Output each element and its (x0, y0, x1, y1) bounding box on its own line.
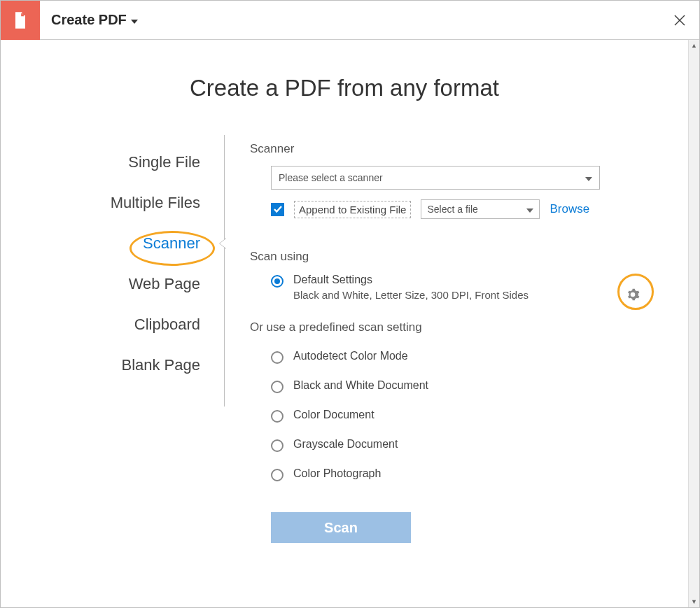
source-sidebar: Single File Multiple Files Scanner Web P… (29, 135, 225, 406)
scanner-panel: Scanner Please select a scanner Append t… (225, 135, 660, 543)
sidebar-item-scanner[interactable]: Scanner (29, 223, 224, 264)
radio-autodetect[interactable]: Autodetect Color Mode (271, 350, 660, 364)
scroll-up-arrow-icon[interactable]: ▲ (689, 40, 699, 51)
pdf-file-icon (10, 10, 30, 30)
radio-icon (271, 410, 284, 423)
header-title-dropdown[interactable]: Create PDF (40, 1, 660, 39)
caret-down-icon (526, 204, 533, 215)
app-icon (1, 1, 40, 40)
file-select-value: Select a file (427, 204, 477, 215)
radio-label: Black and White Document (293, 379, 428, 392)
header-title: Create PDF (51, 12, 127, 28)
radio-color-document[interactable]: Color Document (271, 409, 660, 423)
radio-label: Autodetect Color Mode (293, 350, 408, 362)
window-header: Create PDF (1, 1, 699, 40)
default-settings-label: Default Settings (293, 274, 528, 286)
close-icon (673, 14, 686, 27)
check-icon (273, 204, 283, 214)
radio-color-photograph[interactable]: Color Photograph (271, 467, 660, 481)
scanner-select[interactable]: Please select a scanner (271, 166, 600, 190)
file-select[interactable]: Select a file (421, 199, 540, 219)
vertical-scrollbar[interactable]: ▲ ▼ (688, 40, 699, 607)
gear-icon (626, 288, 640, 302)
scan-button[interactable]: Scan (271, 512, 411, 543)
radio-label: Grayscale Document (293, 438, 398, 451)
page-title: Create a PDF from any format (29, 75, 660, 101)
append-checkbox-label: Append to Existing File (294, 201, 411, 218)
radio-icon (271, 439, 284, 452)
sidebar-item-blank-page[interactable]: Blank Page (29, 345, 224, 386)
default-settings-desc: Black and White, Letter Size, 300 DPI, F… (293, 289, 528, 301)
browse-link[interactable]: Browse (550, 202, 589, 216)
radio-grayscale-document[interactable]: Grayscale Document (271, 438, 660, 452)
radio-bw-document[interactable]: Black and White Document (271, 379, 660, 393)
main-content: Create a PDF from any format Single File… (1, 40, 688, 607)
sidebar-item-web-page[interactable]: Web Page (29, 264, 224, 304)
close-button[interactable] (660, 1, 699, 39)
append-checkbox[interactable] (271, 203, 284, 216)
scanner-select-value: Please select a scanner (279, 172, 383, 183)
sidebar-item-clipboard[interactable]: Clipboard (29, 304, 224, 345)
scroll-down-arrow-icon[interactable]: ▼ (689, 596, 699, 607)
radio-label: Color Document (293, 409, 374, 421)
radio-label: Color Photograph (293, 467, 381, 480)
sidebar-item-multiple-files[interactable]: Multiple Files (29, 183, 224, 223)
settings-gear-button[interactable] (617, 278, 649, 311)
scanner-section-label: Scanner (250, 142, 660, 156)
radio-icon (271, 275, 284, 288)
radio-icon (271, 381, 284, 393)
radio-icon (271, 469, 284, 481)
caret-down-icon (585, 172, 592, 183)
caret-down-icon (131, 14, 138, 27)
sidebar-item-single-file[interactable]: Single File (29, 142, 224, 183)
predefined-section-label: Or use a predefined scan setting (250, 320, 660, 334)
radio-default-settings[interactable]: Default Settings Black and White, Letter… (271, 274, 660, 301)
radio-icon (271, 351, 284, 364)
scan-using-label: Scan using (250, 250, 660, 264)
